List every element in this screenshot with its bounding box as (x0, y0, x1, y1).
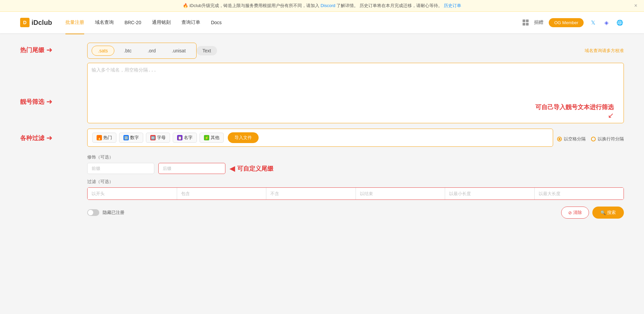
tab-ord[interactable]: .ord (141, 46, 162, 56)
modifier-label: 修饰（可选） (87, 154, 624, 160)
main-nav: 批量注册 域名查询 BRC-20 通用铭刻 查询订单 Docs (65, 18, 523, 27)
radio-space[interactable]: 以空格分隔 (557, 136, 586, 142)
filter-min-length[interactable] (445, 188, 535, 199)
tab-unisat[interactable]: .unisat (165, 46, 192, 56)
left-annotations: 热门尾缀 ➜ 靓号筛选 ➜ 各种过滤 ➜ (20, 43, 87, 219)
filter-not-contains[interactable] (266, 188, 356, 199)
annotation-filters: 各种过滤 ➜ (20, 134, 87, 142)
search-icon: 🔍 (600, 210, 606, 215)
num-icon: 🔢 (123, 135, 129, 140)
prefix-input[interactable] (87, 163, 154, 174)
vanity-arrow: ➜ (46, 98, 52, 105)
domain-textarea[interactable] (87, 63, 624, 123)
filter-inputs-row (87, 187, 624, 200)
modifier-inputs-row: ◀ 可自定义尾缀 (87, 163, 624, 174)
radio-space-label: 以空格分隔 (564, 136, 586, 142)
chip-alpha[interactable]: 🔤 字母 (146, 133, 170, 143)
filter-chips-container: 🔥 热门 🔢 数字 🔤 字母 📋 名字 ⚡ 其他 (87, 129, 553, 147)
logo[interactable]: D iDclub (20, 18, 52, 27)
hide-registered-toggle[interactable] (87, 209, 99, 216)
discord-link[interactable]: Discord (321, 3, 335, 8)
chip-name[interactable]: 📋 名字 (173, 133, 197, 143)
search-button[interactable]: 🔍 搜索 (592, 207, 624, 219)
filter-starts-with[interactable] (88, 188, 177, 199)
nav-item-domain[interactable]: 域名查询 (95, 18, 114, 27)
tab-text[interactable]: Text (197, 46, 217, 55)
filters-label: 各种过滤 (20, 134, 44, 142)
donate-button[interactable]: 捐赠 (534, 19, 543, 26)
suffix-input[interactable] (158, 163, 225, 174)
bottom-controls: 隐藏已注册 ⊘ 清除 🔍 搜索 (87, 207, 624, 219)
grid-icon[interactable] (523, 19, 529, 26)
chip-hot-label: 热门 (103, 135, 112, 141)
discord-icon[interactable]: ◈ (602, 18, 610, 27)
nav-item-brc20[interactable]: BRC-20 (124, 18, 141, 27)
clear-button[interactable]: ⊘ 清除 (561, 207, 589, 219)
toggle-label: 隐藏已注册 (103, 210, 124, 216)
header: D iDclub 批量注册 域名查询 BRC-20 通用铭刻 查询订单 Docs… (0, 12, 644, 33)
custom-suffix-arrow: ◀ (229, 164, 235, 173)
import-file-button[interactable]: 导入文件 (228, 132, 259, 143)
hot-icon: 🔥 (97, 135, 102, 140)
nav-item-docs[interactable]: Docs (211, 18, 222, 27)
annotation-hot-suffix: 热门尾缀 ➜ (20, 46, 87, 54)
name-icon: 📋 (177, 135, 182, 140)
chip-num-label: 数字 (130, 135, 139, 141)
logo-icon: D (20, 18, 30, 27)
toggle-group: 隐藏已注册 (87, 209, 124, 216)
tab-sats[interactable]: .sats (92, 46, 114, 56)
nav-item-inscribe[interactable]: 通用铭刻 (152, 18, 171, 27)
modifier-section: 修饰（可选） ◀ 可自定义尾缀 (87, 154, 624, 174)
annotation-custom-suffix: ◀ 可自定义尾缀 (229, 164, 273, 173)
logo-text: iDclub (32, 19, 52, 27)
chip-name-label: 名字 (184, 135, 193, 141)
tab-btc[interactable]: .btc (118, 46, 138, 56)
radio-newline-label: 以换行符分隔 (598, 136, 624, 142)
main-area: 热门尾缀 ➜ 靓号筛选 ➜ 各种过滤 ➜ .sats .btc .ord .un… (0, 33, 644, 228)
header-right: 捐赠 OG Member 𝕏 ◈ 🌐 (523, 18, 624, 27)
filter-max-length[interactable] (535, 188, 624, 199)
clear-label: 清除 (573, 210, 582, 216)
suffix-tabs: .sats .btc .ord .unisat (87, 43, 197, 59)
action-buttons: ⊘ 清除 🔍 搜索 (561, 207, 624, 219)
filter-options-section: 过滤（可选） (87, 179, 624, 200)
filter-contains[interactable] (177, 188, 267, 199)
globe-icon[interactable]: 🌐 (616, 18, 624, 27)
filter-chips-row: 🔥 热门 🔢 数字 🔤 字母 📋 名字 ⚡ 其他 (87, 129, 624, 149)
history-link[interactable]: 历史订单 (444, 3, 461, 8)
right-panel: .sats .btc .ord .unisat Text 域名查询请多方校准 可… (87, 43, 624, 219)
nav-item-orders[interactable]: 查询订单 (181, 18, 200, 27)
annotation-vanity: 靓号筛选 ➜ (20, 98, 87, 106)
top-banner: 🔥 iDclub升级完成，铸造上限与服务费用根据用户份有所不同，请加入 Disc… (0, 0, 644, 12)
other-icon: ⚡ (204, 135, 209, 140)
filter-options-label: 过滤（可选） (87, 179, 624, 185)
multi-check-hint: 域名查询请多方校准 (585, 48, 624, 54)
hot-suffix-arrow: ➜ (46, 46, 52, 54)
clear-icon: ⊘ (568, 210, 572, 215)
radio-newline-dot (591, 137, 596, 141)
banner-text: 🔥 iDclub升级完成，铸造上限与服务费用根据用户份有所不同，请加入 Disc… (183, 3, 461, 8)
custom-suffix-label: 可自定义尾缀 (237, 165, 273, 173)
search-label: 搜索 (607, 210, 616, 216)
chip-other[interactable]: ⚡ 其他 (200, 133, 224, 143)
chip-hot[interactable]: 🔥 热门 (92, 133, 116, 143)
banner-close[interactable]: × (634, 3, 637, 9)
chip-alpha-label: 字母 (157, 135, 166, 141)
chip-number[interactable]: 🔢 数字 (119, 133, 143, 143)
radio-newline[interactable]: 以换行符分隔 (591, 136, 624, 142)
suffix-section: .sats .btc .ord .unisat Text 域名查询请多方校准 (87, 43, 624, 59)
radio-space-dot (557, 137, 562, 141)
chip-other-label: 其他 (211, 135, 219, 141)
filter-ends-with[interactable] (356, 188, 445, 199)
hot-suffix-label: 热门尾缀 (20, 46, 44, 54)
vanity-label: 靓号筛选 (20, 98, 44, 106)
separator-options: 以空格分隔 以换行符分隔 (557, 136, 624, 142)
og-member-button[interactable]: OG Member (549, 18, 584, 27)
twitter-icon[interactable]: 𝕏 (589, 18, 597, 27)
filters-arrow: ➜ (46, 134, 52, 142)
alpha-icon: 🔤 (150, 135, 156, 140)
nav-item-batch[interactable]: 批量注册 (65, 18, 84, 27)
